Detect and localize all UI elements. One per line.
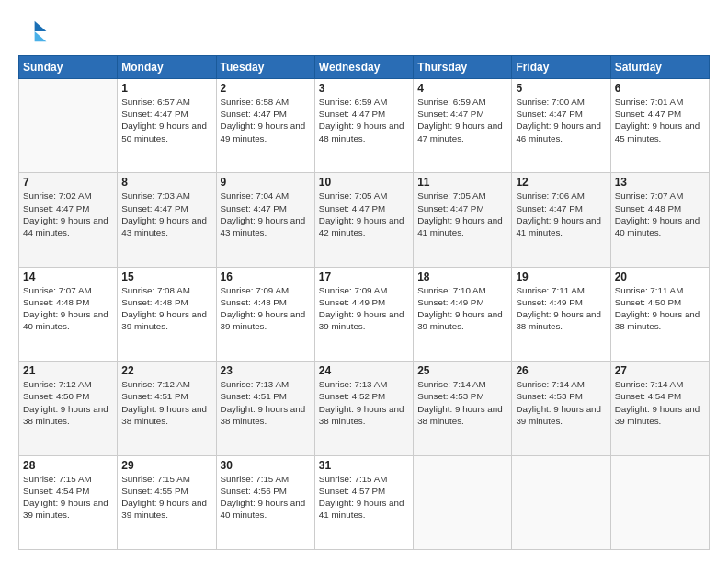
calendar-cell: 17Sunrise: 7:09 AMSunset: 4:49 PMDayligh… (314, 267, 413, 361)
day-info: Sunrise: 7:14 AMSunset: 4:53 PMDaylight:… (516, 378, 606, 427)
calendar: SundayMondayTuesdayWednesdayThursdayFrid… (18, 55, 710, 550)
day-info: Sunrise: 7:12 AMSunset: 4:50 PMDaylight:… (23, 378, 113, 427)
calendar-cell: 8Sunrise: 7:03 AMSunset: 4:47 PMDaylight… (118, 173, 216, 267)
day-number: 29 (121, 459, 211, 472)
calendar-cell (512, 455, 610, 549)
day-info: Sunrise: 7:04 AMSunset: 4:47 PMDaylight:… (221, 190, 311, 238)
calendar-cell: 11Sunrise: 7:05 AMSunset: 4:47 PMDayligh… (414, 173, 512, 267)
calendar-cell: 18Sunrise: 7:10 AMSunset: 4:49 PMDayligh… (414, 267, 512, 361)
day-number: 19 (516, 270, 606, 283)
day-info: Sunrise: 7:07 AMSunset: 4:48 PMDaylight:… (615, 190, 705, 238)
logo (18, 17, 51, 46)
calendar-cell: 9Sunrise: 7:04 AMSunset: 4:47 PMDaylight… (216, 173, 314, 267)
day-info: Sunrise: 7:14 AMSunset: 4:54 PMDaylight:… (615, 378, 705, 427)
day-info: Sunrise: 7:01 AMSunset: 4:47 PMDaylight:… (615, 96, 705, 144)
day-info: Sunrise: 7:09 AMSunset: 4:49 PMDaylight:… (319, 284, 409, 333)
day-number: 24 (319, 364, 409, 377)
day-info: Sunrise: 7:11 AMSunset: 4:49 PMDaylight:… (516, 284, 606, 333)
weekday-header-row: SundayMondayTuesdayWednesdayThursdayFrid… (19, 56, 710, 79)
day-number: 31 (319, 459, 409, 472)
calendar-cell: 30Sunrise: 7:15 AMSunset: 4:56 PMDayligh… (216, 455, 314, 549)
calendar-week-1: 1Sunrise: 6:57 AMSunset: 4:47 PMDaylight… (19, 79, 710, 173)
calendar-cell: 26Sunrise: 7:14 AMSunset: 4:53 PMDayligh… (512, 362, 610, 455)
day-number: 17 (319, 270, 409, 283)
day-info: Sunrise: 7:02 AMSunset: 4:47 PMDaylight:… (23, 190, 113, 238)
weekday-header-tuesday: Tuesday (216, 56, 314, 79)
day-number: 14 (23, 270, 113, 283)
day-info: Sunrise: 7:08 AMSunset: 4:48 PMDaylight:… (121, 284, 211, 333)
day-info: Sunrise: 7:07 AMSunset: 4:48 PMDaylight:… (23, 284, 113, 333)
day-number: 30 (221, 459, 311, 472)
day-number: 3 (319, 82, 409, 95)
day-info: Sunrise: 7:14 AMSunset: 4:53 PMDaylight:… (417, 378, 507, 427)
day-number: 1 (121, 82, 211, 95)
day-info: Sunrise: 7:15 AMSunset: 4:54 PMDaylight:… (23, 473, 113, 522)
day-info: Sunrise: 7:13 AMSunset: 4:52 PMDaylight:… (319, 378, 409, 427)
header (18, 17, 710, 46)
calendar-cell (414, 455, 512, 549)
calendar-cell: 13Sunrise: 7:07 AMSunset: 4:48 PMDayligh… (610, 173, 709, 267)
day-info: Sunrise: 7:15 AMSunset: 4:55 PMDaylight:… (121, 473, 211, 522)
calendar-cell (610, 455, 709, 549)
day-number: 8 (121, 176, 211, 189)
day-info: Sunrise: 7:15 AMSunset: 4:57 PMDaylight:… (319, 473, 409, 522)
day-number: 25 (417, 364, 507, 377)
weekday-header-saturday: Saturday (610, 56, 709, 79)
day-number: 2 (221, 82, 311, 95)
day-info: Sunrise: 7:00 AMSunset: 4:47 PMDaylight:… (516, 96, 606, 144)
calendar-cell: 14Sunrise: 7:07 AMSunset: 4:48 PMDayligh… (19, 267, 118, 361)
day-info: Sunrise: 6:59 AMSunset: 4:47 PMDaylight:… (319, 96, 409, 144)
day-info: Sunrise: 7:05 AMSunset: 4:47 PMDaylight:… (319, 190, 409, 238)
calendar-week-2: 7Sunrise: 7:02 AMSunset: 4:47 PMDaylight… (19, 173, 710, 267)
day-info: Sunrise: 7:12 AMSunset: 4:51 PMDaylight:… (121, 378, 211, 427)
calendar-cell: 4Sunrise: 6:59 AMSunset: 4:47 PMDaylight… (414, 79, 512, 173)
calendar-cell: 29Sunrise: 7:15 AMSunset: 4:55 PMDayligh… (118, 455, 216, 549)
day-info: Sunrise: 7:03 AMSunset: 4:47 PMDaylight:… (121, 190, 211, 238)
logo-icon (18, 17, 48, 46)
calendar-week-4: 21Sunrise: 7:12 AMSunset: 4:50 PMDayligh… (19, 362, 710, 455)
day-info: Sunrise: 6:57 AMSunset: 4:47 PMDaylight:… (121, 96, 211, 144)
svg-marker-1 (35, 31, 47, 41)
calendar-week-3: 14Sunrise: 7:07 AMSunset: 4:48 PMDayligh… (19, 267, 710, 361)
day-number: 23 (221, 364, 311, 377)
day-number: 28 (23, 459, 113, 472)
calendar-cell: 24Sunrise: 7:13 AMSunset: 4:52 PMDayligh… (314, 362, 413, 455)
day-number: 22 (121, 364, 211, 377)
day-number: 21 (23, 364, 113, 377)
calendar-cell: 27Sunrise: 7:14 AMSunset: 4:54 PMDayligh… (610, 362, 709, 455)
calendar-cell: 6Sunrise: 7:01 AMSunset: 4:47 PMDaylight… (610, 79, 709, 173)
calendar-cell: 5Sunrise: 7:00 AMSunset: 4:47 PMDaylight… (512, 79, 610, 173)
day-info: Sunrise: 7:15 AMSunset: 4:56 PMDaylight:… (221, 473, 311, 522)
calendar-cell: 2Sunrise: 6:58 AMSunset: 4:47 PMDaylight… (216, 79, 314, 173)
calendar-cell: 1Sunrise: 6:57 AMSunset: 4:47 PMDaylight… (118, 79, 216, 173)
calendar-cell: 25Sunrise: 7:14 AMSunset: 4:53 PMDayligh… (414, 362, 512, 455)
calendar-cell: 10Sunrise: 7:05 AMSunset: 4:47 PMDayligh… (314, 173, 413, 267)
day-info: Sunrise: 6:59 AMSunset: 4:47 PMDaylight:… (417, 96, 507, 144)
day-info: Sunrise: 6:58 AMSunset: 4:47 PMDaylight:… (221, 96, 311, 144)
day-info: Sunrise: 7:09 AMSunset: 4:48 PMDaylight:… (221, 284, 311, 333)
weekday-header-wednesday: Wednesday (314, 56, 413, 79)
day-number: 10 (319, 176, 409, 189)
day-number: 11 (417, 176, 507, 189)
calendar-cell: 28Sunrise: 7:15 AMSunset: 4:54 PMDayligh… (19, 455, 118, 549)
day-number: 12 (516, 176, 606, 189)
day-info: Sunrise: 7:13 AMSunset: 4:51 PMDaylight:… (221, 378, 311, 427)
calendar-cell: 31Sunrise: 7:15 AMSunset: 4:57 PMDayligh… (314, 455, 413, 549)
page: SundayMondayTuesdayWednesdayThursdayFrid… (0, 0, 728, 563)
calendar-cell: 16Sunrise: 7:09 AMSunset: 4:48 PMDayligh… (216, 267, 314, 361)
calendar-cell: 23Sunrise: 7:13 AMSunset: 4:51 PMDayligh… (216, 362, 314, 455)
day-number: 26 (516, 364, 606, 377)
day-number: 5 (516, 82, 606, 95)
day-number: 4 (417, 82, 507, 95)
day-number: 7 (23, 176, 113, 189)
calendar-cell: 20Sunrise: 7:11 AMSunset: 4:50 PMDayligh… (610, 267, 709, 361)
calendar-cell: 22Sunrise: 7:12 AMSunset: 4:51 PMDayligh… (118, 362, 216, 455)
calendar-cell: 21Sunrise: 7:12 AMSunset: 4:50 PMDayligh… (19, 362, 118, 455)
day-info: Sunrise: 7:11 AMSunset: 4:50 PMDaylight:… (615, 284, 705, 333)
day-number: 6 (615, 82, 705, 95)
calendar-week-5: 28Sunrise: 7:15 AMSunset: 4:54 PMDayligh… (19, 455, 710, 549)
weekday-header-friday: Friday (512, 56, 610, 79)
day-number: 16 (221, 270, 311, 283)
calendar-cell: 12Sunrise: 7:06 AMSunset: 4:47 PMDayligh… (512, 173, 610, 267)
calendar-cell: 3Sunrise: 6:59 AMSunset: 4:47 PMDaylight… (314, 79, 413, 173)
